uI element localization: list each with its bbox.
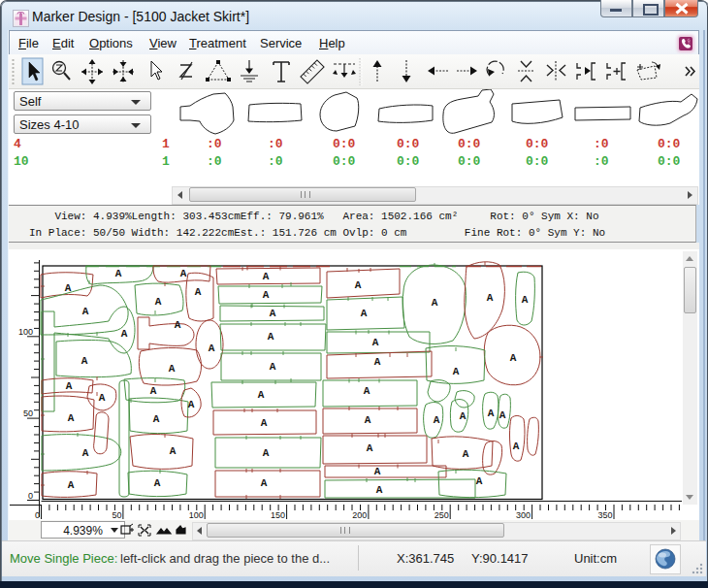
svg-text:A: A bbox=[175, 319, 181, 331]
svg-text:A: A bbox=[270, 361, 276, 373]
svg-text:A: A bbox=[155, 296, 162, 308]
svg-text:A: A bbox=[355, 279, 362, 291]
svg-text:50: 50 bbox=[23, 408, 33, 418]
svg-text:A: A bbox=[150, 385, 157, 397]
svg-text:200: 200 bbox=[352, 510, 367, 520]
svg-text:250: 250 bbox=[434, 510, 449, 520]
svg-text:A: A bbox=[261, 477, 268, 489]
svg-text:A: A bbox=[487, 292, 494, 304]
svg-text:A: A bbox=[261, 417, 268, 429]
svg-text:A: A bbox=[82, 306, 89, 317]
svg-text:A: A bbox=[361, 308, 368, 319]
svg-text:A: A bbox=[195, 286, 202, 298]
svg-text:A: A bbox=[188, 399, 195, 410]
svg-text:A: A bbox=[263, 447, 270, 459]
svg-text:A: A bbox=[372, 337, 379, 348]
svg-text:A: A bbox=[153, 413, 160, 425]
svg-text:A: A bbox=[268, 331, 274, 343]
svg-text:A: A bbox=[463, 448, 469, 460]
svg-text:A: A bbox=[460, 410, 467, 422]
svg-text:A: A bbox=[263, 289, 270, 301]
svg-text:A: A bbox=[68, 412, 75, 424]
svg-text:A: A bbox=[453, 366, 460, 377]
svg-text:A: A bbox=[65, 282, 72, 294]
svg-text:0: 0 bbox=[35, 510, 40, 520]
svg-text:A: A bbox=[522, 294, 529, 306]
svg-text:A: A bbox=[476, 475, 483, 487]
svg-text:A: A bbox=[115, 268, 122, 279]
svg-text:100: 100 bbox=[189, 510, 204, 520]
svg-text:0: 0 bbox=[28, 491, 33, 501]
svg-text:150: 150 bbox=[271, 510, 285, 520]
svg-text:A: A bbox=[365, 414, 371, 426]
svg-text:A: A bbox=[99, 392, 106, 404]
svg-text:100: 100 bbox=[18, 327, 33, 337]
svg-text:A: A bbox=[154, 477, 161, 489]
svg-text:350: 350 bbox=[597, 510, 612, 520]
svg-text:A: A bbox=[270, 308, 276, 319]
svg-text:A: A bbox=[66, 380, 73, 392]
svg-text:A: A bbox=[180, 268, 187, 279]
svg-text:A: A bbox=[510, 352, 517, 364]
svg-text:50: 50 bbox=[112, 510, 121, 520]
svg-text:A: A bbox=[169, 363, 176, 375]
svg-text:A: A bbox=[376, 484, 383, 496]
svg-text:A: A bbox=[499, 409, 506, 421]
svg-text:A: A bbox=[81, 355, 88, 367]
svg-text:A: A bbox=[68, 479, 75, 491]
svg-text:A: A bbox=[488, 408, 495, 419]
svg-text:A: A bbox=[374, 356, 381, 368]
svg-text:A: A bbox=[82, 447, 89, 459]
svg-text:A: A bbox=[367, 442, 373, 454]
svg-text:A: A bbox=[263, 271, 270, 282]
svg-text:A: A bbox=[432, 297, 438, 309]
svg-text:A: A bbox=[513, 441, 520, 452]
svg-text:A: A bbox=[121, 328, 128, 340]
svg-text:A: A bbox=[364, 385, 370, 397]
svg-text:A: A bbox=[434, 414, 440, 426]
svg-text:A: A bbox=[258, 389, 265, 401]
svg-text:A: A bbox=[170, 445, 177, 457]
svg-text:A: A bbox=[374, 466, 381, 477]
svg-text:A: A bbox=[209, 343, 215, 354]
svg-text:300: 300 bbox=[516, 510, 531, 520]
